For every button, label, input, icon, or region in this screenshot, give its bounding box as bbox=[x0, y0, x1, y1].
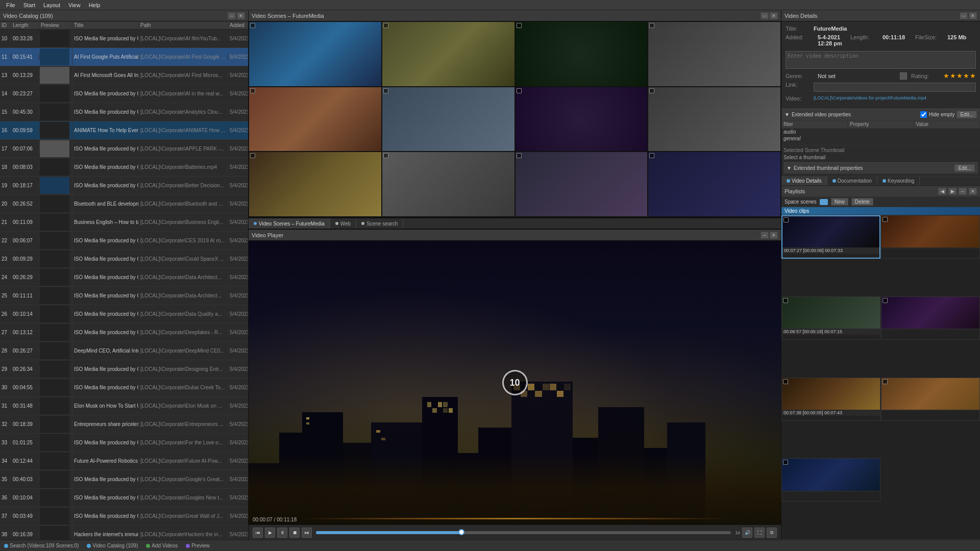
status-item[interactable]: Search (Videos:109 Scenes:0) bbox=[4, 543, 79, 548]
clip-item[interactable] bbox=[881, 215, 980, 259]
details-minimize-btn[interactable]: ─ bbox=[960, 12, 968, 19]
table-row[interactable]: 32 00:18:39 Entrepreneurs share priceles… bbox=[0, 415, 248, 434]
table-row[interactable]: 16 00:09:59 ANIMATE How To Help Every Ch… bbox=[0, 121, 248, 140]
table-row[interactable]: 24 00:26:29 ISO Media file produced by G… bbox=[0, 268, 248, 287]
scene-checkbox[interactable] bbox=[649, 88, 654, 93]
table-row[interactable]: 21 00:11:09 Business English – How to ta… bbox=[0, 213, 248, 232]
pause-btn[interactable]: ⏸ bbox=[277, 528, 287, 538]
clip-checkbox[interactable] bbox=[883, 298, 888, 303]
stop-btn[interactable]: ⏹ bbox=[289, 528, 300, 538]
edit-thumb-btn[interactable]: Edit... bbox=[954, 164, 975, 172]
menu-layout[interactable]: Layout bbox=[39, 1, 64, 9]
playlists-close-btn[interactable]: ✕ bbox=[969, 188, 977, 195]
playlist-delete-btn[interactable]: Delete bbox=[851, 198, 873, 206]
table-row[interactable]: 26 00:10:14 ISO Media file produced by G… bbox=[0, 305, 248, 323]
table-row[interactable]: 34 00:12:44 Future AI-Powered Robotics N… bbox=[0, 452, 248, 470]
scene-item[interactable] bbox=[382, 87, 515, 152]
catalog-minimize-btn[interactable]: ─ bbox=[228, 12, 236, 19]
menu-help[interactable]: Help bbox=[85, 1, 105, 9]
scene-item[interactable] bbox=[648, 217, 781, 218]
table-row[interactable]: 37 00:03:49 ISO Media file produced by G… bbox=[0, 507, 248, 525]
clip-item[interactable] bbox=[781, 458, 880, 502]
right-panel-tab[interactable]: Documentation bbox=[827, 177, 877, 185]
clip-checkbox[interactable] bbox=[883, 217, 888, 222]
playlists-next-btn[interactable]: ▶ bbox=[948, 188, 957, 195]
playlists-minimize-btn[interactable]: ─ bbox=[959, 188, 967, 195]
clip-checkbox[interactable] bbox=[783, 460, 788, 465]
scene-tab[interactable]: Web bbox=[330, 218, 356, 229]
table-row[interactable]: 14 00:23:27 ISO Media file produced by G… bbox=[0, 85, 248, 103]
scene-checkbox[interactable] bbox=[383, 153, 388, 158]
scene-item[interactable] bbox=[249, 87, 382, 152]
star-4[interactable]: ★ bbox=[963, 72, 969, 80]
menu-file[interactable]: File bbox=[2, 1, 19, 9]
scene-checkbox[interactable] bbox=[383, 23, 388, 28]
scene-tab[interactable]: Video Scenes – FutureMedia bbox=[249, 218, 330, 229]
scene-item[interactable] bbox=[515, 217, 648, 218]
player-progress-thumb[interactable] bbox=[458, 529, 464, 535]
scene-item[interactable] bbox=[515, 87, 648, 152]
scene-item[interactable] bbox=[382, 217, 515, 218]
table-row[interactable]: 31 00:31:48 Elon Musk on How To Start Up… bbox=[0, 397, 248, 415]
star-3[interactable]: ★ bbox=[957, 72, 963, 80]
volume-btn[interactable]: 🔊 bbox=[742, 528, 752, 538]
scene-checkbox[interactable] bbox=[383, 88, 388, 93]
scene-item[interactable] bbox=[648, 87, 781, 152]
clip-checkbox[interactable] bbox=[783, 217, 789, 222]
space-scenes-toggle[interactable] bbox=[820, 199, 828, 205]
scene-item[interactable] bbox=[515, 21, 648, 87]
edit-props-button[interactable]: Edit... bbox=[957, 111, 977, 118]
table-row[interactable]: 33 01:01:25 ISO Media file produced by G… bbox=[0, 434, 248, 452]
scene-item[interactable] bbox=[515, 152, 648, 217]
scene-tab[interactable]: Scene search bbox=[356, 218, 403, 229]
scene-checkbox[interactable] bbox=[250, 23, 255, 28]
table-row[interactable]: 15 00:45:30 ISO Media file produced by G… bbox=[0, 103, 248, 121]
table-row[interactable]: 19 00:18:17 ISO Media file produced by G… bbox=[0, 177, 248, 195]
star-1[interactable]: ★ bbox=[943, 72, 949, 80]
table-row[interactable]: 23 00:09:29 ISO Media file produced by G… bbox=[0, 250, 248, 268]
catalog-close-btn[interactable]: ✕ bbox=[237, 12, 245, 19]
table-row[interactable]: 36 00:10:04 ISO Media file produced by G… bbox=[0, 489, 248, 507]
table-row[interactable]: 18 00:08:03 ISO Media file produced by G… bbox=[0, 158, 248, 177]
genre-color-picker[interactable] bbox=[900, 72, 907, 80]
clip-item[interactable]: 00:06:57 [00:00:18] 00:07:15 bbox=[781, 296, 880, 340]
clip-item[interactable] bbox=[881, 378, 980, 421]
details-close-btn[interactable]: ✕ bbox=[969, 12, 977, 19]
col-id[interactable]: ID bbox=[0, 21, 11, 29]
prev-frame-btn[interactable]: ⏮ bbox=[253, 528, 263, 538]
fullscreen-btn[interactable]: ⛶ bbox=[754, 528, 765, 538]
next-frame-btn[interactable]: ⏭ bbox=[302, 528, 312, 538]
player-close-btn[interactable]: ✕ bbox=[770, 232, 778, 239]
scene-item[interactable] bbox=[249, 217, 382, 218]
scene-item[interactable] bbox=[249, 21, 382, 87]
clip-item[interactable] bbox=[881, 296, 980, 340]
scene-item[interactable] bbox=[382, 21, 515, 87]
select-thumbnail-btn[interactable]: Select a thumbnail bbox=[783, 155, 978, 160]
clip-checkbox[interactable] bbox=[783, 298, 788, 303]
menu-view[interactable]: View bbox=[64, 1, 85, 9]
play-btn[interactable]: ▶ bbox=[265, 528, 275, 538]
table-row[interactable]: 25 00:11:11 ISO Media file produced by G… bbox=[0, 287, 248, 305]
clip-item[interactable]: 00:07:27 [00:00:06] 00:07:33 bbox=[781, 215, 880, 259]
description-input[interactable] bbox=[786, 51, 976, 69]
scene-checkbox[interactable] bbox=[649, 23, 654, 28]
rating-stars[interactable]: ★ ★ ★ ★ ★ bbox=[943, 72, 976, 80]
table-row[interactable]: 13 00:13:29 AI First Microsoft Goes All … bbox=[0, 66, 248, 85]
playlist-new-btn[interactable]: New bbox=[831, 198, 848, 206]
clip-checkbox[interactable] bbox=[883, 379, 888, 384]
table-row[interactable]: 35 00:40:03 ISO Media file produced by G… bbox=[0, 470, 248, 489]
scene-item[interactable] bbox=[249, 152, 382, 217]
scene-checkbox[interactable] bbox=[517, 88, 522, 93]
status-item[interactable]: Video Catalog (109) bbox=[87, 543, 138, 548]
table-row[interactable]: 10 00:33:28 ISO Media file produced by G… bbox=[0, 30, 248, 48]
scene-item[interactable] bbox=[382, 152, 515, 217]
table-row[interactable]: 17 00:07:06 ISO Media file produced by G… bbox=[0, 140, 248, 158]
player-minimize-btn[interactable]: ─ bbox=[761, 232, 769, 239]
scene-checkbox[interactable] bbox=[517, 153, 522, 158]
scenes-close-btn[interactable]: ✕ bbox=[770, 12, 778, 19]
right-panel-tab[interactable]: Video Details bbox=[781, 177, 827, 185]
table-row[interactable]: 29 00:26:34 ISO Media file produced by G… bbox=[0, 360, 248, 379]
right-panel-tab[interactable]: Keywording bbox=[877, 177, 920, 185]
menu-start[interactable]: Start bbox=[19, 1, 39, 9]
clip-checkbox[interactable] bbox=[783, 379, 788, 384]
